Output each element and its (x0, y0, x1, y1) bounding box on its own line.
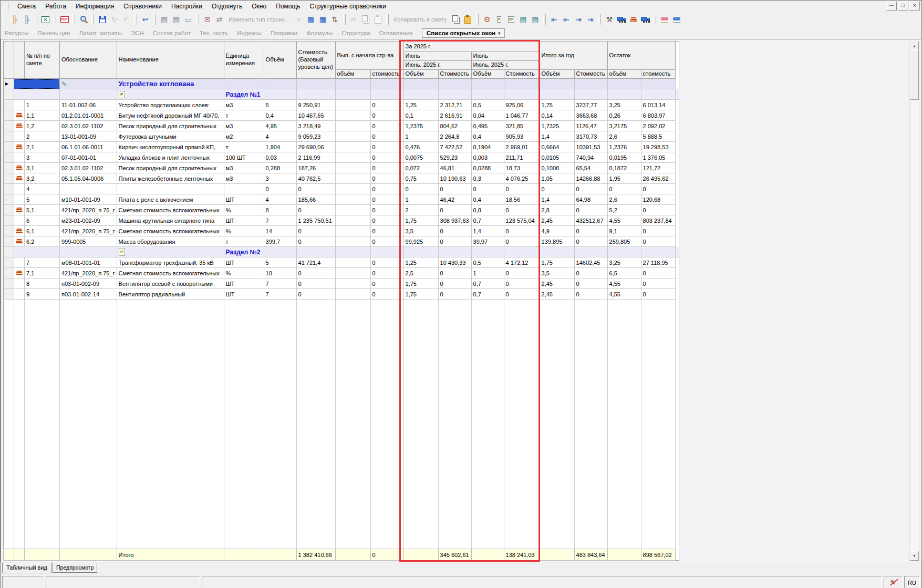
cell[interactable]: 01.2.01.01-0001 (60, 110, 117, 121)
cell[interactable]: 29 690,06 (296, 142, 335, 152)
cell[interactable]: 06.1.01.06-0011 (60, 142, 117, 152)
cell[interactable]: 2 (25, 131, 60, 142)
cell[interactable]: 0,4 (471, 131, 504, 142)
cell[interactable]: 0 (574, 205, 607, 215)
cell[interactable]: м08-01-001-01 (60, 257, 117, 268)
cell[interactable]: 0,14 (540, 110, 574, 121)
cell[interactable]: м10-01-001-09 (60, 194, 117, 205)
col-header-code[interactable]: Обоснование (60, 42, 117, 79)
cell[interactable]: 185,66 (296, 194, 335, 205)
cell[interactable]: 6 803,97 (641, 110, 675, 121)
row-indicator[interactable] (4, 226, 14, 236)
cell[interactable]: 308 937,63 (438, 215, 471, 226)
menu-okno[interactable]: Окно (247, 1, 271, 12)
cell[interactable]: 5 (264, 100, 296, 110)
menu-rabota[interactable]: Работа (40, 1, 71, 12)
cell[interactable]: 1,904 (264, 142, 296, 152)
table-row[interactable]: 5м10-01-001-09Плата с реле с включениемШ… (4, 194, 679, 205)
cell[interactable]: 0,4 (471, 194, 504, 205)
save-icon[interactable] (96, 14, 108, 26)
cell[interactable]: 0 (296, 184, 335, 194)
cell[interactable]: 211,71 (504, 152, 540, 163)
cell[interactable]: 0 (607, 184, 641, 194)
cell[interactable]: 9,1 (607, 226, 641, 236)
close-button[interactable]: × (909, 2, 920, 11)
cell[interactable]: 0,0195 (607, 152, 641, 163)
cell[interactable]: 1 (403, 131, 438, 142)
cell[interactable] (296, 79, 335, 89)
cell[interactable]: 0 (370, 131, 403, 142)
cell[interactable] (335, 247, 370, 257)
cell[interactable]: 0 (574, 184, 607, 194)
cell[interactable]: 7 (264, 215, 296, 226)
cell[interactable]: 1,95 (607, 173, 641, 184)
cell[interactable] (264, 247, 296, 257)
cell[interactable]: 1,4 (540, 194, 574, 205)
cell[interactable] (574, 89, 607, 100)
cell[interactable]: 2,6 (607, 194, 641, 205)
cell[interactable]: т (224, 142, 264, 152)
cell[interactable]: 0 (370, 226, 403, 236)
cell[interactable]: 6,2 (25, 236, 60, 247)
total-row[interactable]: Итого 1 382 410,66 0 345 602,61 138 241,… (4, 549, 679, 561)
cell[interactable] (403, 79, 438, 89)
cell[interactable] (335, 173, 370, 184)
cell[interactable]: т (224, 236, 264, 247)
cell[interactable] (370, 79, 403, 89)
cell[interactable]: Устройство подстилающих слоев: (117, 100, 224, 110)
row-indicator[interactable] (4, 152, 14, 163)
cell[interactable]: 0 (403, 184, 438, 194)
cell[interactable]: 4,9 (540, 226, 574, 236)
menu-pomosch[interactable]: Помощь (271, 1, 305, 12)
menu-strukturnye[interactable]: Структурные справочники (305, 1, 391, 12)
cell[interactable] (504, 89, 540, 100)
cell[interactable]: 321,85 (504, 121, 540, 131)
cell[interactable] (335, 79, 370, 89)
cell[interactable]: 1 235 750,51 (296, 215, 335, 226)
cell[interactable]: 5 (25, 194, 60, 205)
exchange-icon[interactable]: ⇄ (213, 14, 225, 26)
tab-open-windows[interactable]: Список открытых окон ▾ (422, 28, 505, 38)
cell[interactable]: 0 (504, 205, 540, 215)
structure-move-icon[interactable]: ╠ (20, 14, 33, 26)
cell[interactable]: м3 (224, 100, 264, 110)
col-header-rest-vol[interactable]: объём (607, 70, 641, 79)
cell[interactable]: Песок природный для строительных (117, 121, 224, 131)
cell[interactable]: 3 (25, 152, 60, 163)
cell[interactable]: 1,1 (25, 110, 60, 121)
cell[interactable] (335, 226, 370, 236)
cell[interactable]: 13-01-001-09 (60, 131, 117, 142)
cell[interactable]: 3,2 (25, 173, 60, 184)
table-row[interactable]: 8п03-01-002-09Вентилятор осевой с поворо… (4, 278, 679, 289)
table-sum-icon[interactable]: ▦ (305, 14, 317, 26)
tab-esn[interactable]: ЭСН (131, 30, 144, 36)
cell[interactable] (675, 89, 679, 100)
cell[interactable]: Плата с реле с включением (117, 194, 224, 205)
cell[interactable]: 0 (504, 278, 540, 289)
cell[interactable]: 740,94 (574, 152, 607, 163)
cell[interactable]: 0 (504, 268, 540, 278)
cell[interactable]: 2 312,71 (438, 100, 471, 110)
cell[interactable]: 804,62 (438, 121, 471, 131)
cell[interactable]: P (117, 247, 224, 257)
row-icon-cell[interactable] (14, 131, 25, 142)
cell[interactable]: 0 (504, 226, 540, 236)
cell[interactable] (335, 152, 370, 163)
cell[interactable]: Укладка блоков и плит ленточных (117, 152, 224, 163)
cell[interactable]: 0 (438, 289, 471, 300)
cell[interactable] (607, 89, 641, 100)
cell[interactable]: 2,45 (540, 278, 574, 289)
col-header-june-sub[interactable]: Июнь, 2025 г. (403, 61, 471, 70)
cell[interactable]: 2 (403, 205, 438, 215)
row-icon-cell[interactable] (14, 205, 25, 215)
col-header-june-cost[interactable]: Стоимость (438, 70, 471, 79)
paste-buffer-icon[interactable] (462, 14, 474, 26)
cell[interactable]: 07-01-001-01 (60, 152, 117, 163)
cell[interactable] (504, 247, 540, 257)
row-indicator[interactable] (4, 89, 14, 100)
cell[interactable]: 0 (370, 278, 403, 289)
cell[interactable]: 0,476 (403, 142, 438, 152)
cell[interactable]: 27 118,95 (641, 257, 675, 268)
cell[interactable]: 8 (264, 205, 296, 215)
cell[interactable]: 39,97 (471, 236, 504, 247)
